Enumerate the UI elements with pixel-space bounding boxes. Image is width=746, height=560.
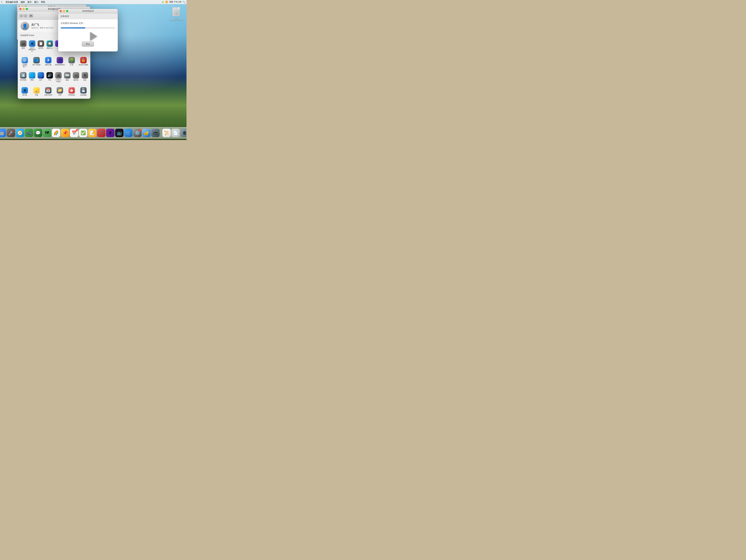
dock-item-photos[interactable]: 🌈	[52, 129, 60, 137]
menubar-view[interactable]: 显示	[27, 1, 32, 4]
pref-users-icon: 👥	[33, 57, 40, 63]
tv-icon: 📺	[117, 130, 122, 136]
pref-sharing[interactable]: 📁 共享	[54, 86, 66, 97]
menubar:  系统偏好设置 编辑 显示 窗口 帮助 🔋 📶 周西 下午1:35 🔍	[0, 0, 186, 4]
dock-item-reminders[interactable]: ✅	[79, 129, 87, 137]
task-window: 启动特殊处理 任务状态 正在拷贝 Windows 文件... 停止	[58, 9, 118, 52]
trackpad-emoji: ▭	[75, 73, 78, 78]
pref-timemachine-icon: ⏰	[68, 87, 75, 93]
dock-item-file[interactable]: 📄	[172, 129, 180, 137]
pref-missionctrl[interactable]: 🔲 调度中心	[46, 39, 54, 53]
dock-item-maps[interactable]: 🗺	[43, 129, 51, 137]
appstore-icon: 🛒	[126, 130, 131, 136]
pref-sharing-label: 共享	[58, 94, 61, 96]
pref-internet[interactable]: @ 互联网帐户	[19, 56, 30, 68]
pref-date-label: 日期与时间	[44, 94, 52, 96]
pref-mouse-label: 鼠标	[83, 79, 86, 81]
menubar-app-name[interactable]: 系统偏好设置	[5, 1, 18, 4]
pref-dock[interactable]: 📋 程序坞	[37, 39, 45, 53]
pref-display[interactable]: 🖥 显示器	[19, 86, 30, 97]
syspref-forward-btn[interactable]: ›	[24, 14, 27, 18]
task-close-btn[interactable]	[60, 10, 62, 12]
dock-item-music[interactable]: 🎵	[97, 129, 106, 137]
syspref-max-btn[interactable]	[26, 8, 28, 10]
dock-item-tv[interactable]: 📺	[115, 129, 123, 137]
dock-item-appstore[interactable]: 🛒	[124, 129, 133, 137]
syspref-back-btn[interactable]: ‹	[19, 14, 23, 18]
dock-item-safari[interactable]: 🧭	[16, 129, 24, 137]
task-min-btn[interactable]	[63, 10, 65, 12]
dock-item-notes[interactable]: 📝	[88, 129, 96, 137]
startup-emoji: 💾	[81, 88, 86, 92]
pref-keyboard[interactable]: ⌨️ 键盘	[63, 71, 71, 83]
apple-menu[interactable]: 	[1, 1, 2, 4]
scripteditor-icon: 📜	[164, 130, 169, 136]
pref-security[interactable]: 🔒 安全性与隐私	[78, 56, 89, 68]
pref-trackpad[interactable]: ▭ 触控板	[72, 71, 80, 83]
dock-item-trash[interactable]: 🗑	[180, 129, 186, 137]
task-max-btn[interactable]	[66, 10, 68, 12]
pref-sound[interactable]: 🔊 声音	[46, 71, 54, 83]
pref-missionctrl-icon: 🔲	[47, 40, 53, 47]
dock-item-finder[interactable]: 🤖	[0, 129, 6, 137]
task-title: 启动特殊处理	[82, 10, 94, 12]
dock-item-calendar[interactable]: 📅 22	[70, 129, 78, 137]
menubar-edit[interactable]: 编辑	[21, 1, 25, 4]
reminders-icon: ✅	[81, 130, 86, 136]
task-stop-button[interactable]: 停止	[82, 41, 94, 47]
pref-network[interactable]: 🌐 网络	[28, 71, 36, 83]
menubar-search-icon[interactable]: 🔍	[183, 1, 185, 3]
dock-item-keychain[interactable]: 🔐	[142, 129, 151, 137]
dock-separator	[161, 130, 161, 136]
pref-printer-icon: 🖨	[55, 72, 62, 79]
pref-users[interactable]: 👥 用户与群组	[31, 56, 42, 68]
pref-mouse-icon: 🖱	[82, 72, 88, 79]
stickies-icon: 📌	[63, 130, 68, 136]
pref-internet-label: 互联网帐户	[22, 64, 27, 67]
software-emoji: ⬇️	[21, 73, 26, 78]
dock-item-archive[interactable]: 🗃	[151, 129, 160, 137]
syspref-nav: ‹ ›	[19, 14, 27, 18]
dock-item-facetime[interactable]: 📹	[25, 129, 33, 137]
pref-access[interactable]: ♿ 辅助功能	[42, 56, 54, 68]
pref-energy-icon: 💡	[33, 87, 40, 93]
syspref-close-btn[interactable]	[19, 8, 22, 10]
pref-energy[interactable]: 💡 节能	[31, 86, 42, 97]
pref-software[interactable]: ⬇️ 软件更新	[19, 71, 28, 83]
desktop-file-icon[interactable]: 💿 zh-cn_wind...907d.iso	[170, 7, 183, 21]
pref-software-label: 软件更新	[20, 79, 26, 81]
music-icon: 🎵	[99, 130, 104, 136]
dock-item-stickies[interactable]: 📌	[61, 129, 69, 137]
pref-bluetooth[interactable]: 🔵 蓝牙	[37, 71, 45, 83]
pref-keyboard-icon: ⌨️	[64, 72, 70, 79]
syspref-min-btn[interactable]	[23, 8, 25, 10]
extensions-emoji: 🧩	[69, 58, 74, 62]
pref-startup-label: 启动磁盘	[80, 94, 87, 96]
syspref-grid-btn[interactable]: ⊞	[29, 14, 33, 18]
dock-item-launchpad[interactable]: 🚀	[7, 129, 15, 137]
prefs-row-4: 🖥 显示器 💡 节能 📅 日期与时间 📁 共享 ⏰ 时间机器 💾 启动磁盘	[18, 86, 90, 99]
pref-printer[interactable]: 🖨 打印机与扫描仪	[54, 71, 63, 83]
pref-general[interactable]: 🗂 通用	[19, 39, 28, 53]
pref-screentime[interactable]: ⏱ 屏幕使用时间	[54, 56, 66, 68]
dock-item-scripteditor[interactable]: 📜	[163, 129, 171, 137]
pref-date[interactable]: 📅 日期与时间	[42, 86, 54, 97]
pref-extensions-icon: 🧩	[68, 57, 75, 63]
task-progress-fill	[61, 27, 85, 29]
pref-mouse[interactable]: 🖱 鼠标	[81, 71, 89, 83]
pref-extensions[interactable]: 🧩 扩展	[66, 56, 78, 68]
pref-startup[interactable]: 💾 启动磁盘	[78, 86, 89, 97]
pref-desktop[interactable]: 🖥 桌面与屏幕保护程序	[28, 39, 36, 53]
pref-timemachine[interactable]: ⏰ 时间机器	[66, 86, 78, 97]
menubar-window[interactable]: 窗口	[34, 1, 38, 4]
task-window-controls	[60, 10, 68, 12]
dock-item-messages[interactable]: 💬	[34, 129, 42, 137]
pref-display-label: 显示器	[22, 94, 27, 96]
menubar-help[interactable]: 帮助	[41, 1, 45, 4]
dock-item-podcasts[interactable]: 🎙	[106, 129, 115, 137]
pref-bluetooth-icon: 🔵	[37, 72, 44, 79]
launchpad-icon: 🚀	[8, 130, 13, 136]
dock-item-sysprefs[interactable]: ⚙️ 1	[133, 129, 142, 137]
display-emoji: 🖥	[23, 88, 26, 92]
maps-icon: 🗺	[45, 130, 49, 136]
